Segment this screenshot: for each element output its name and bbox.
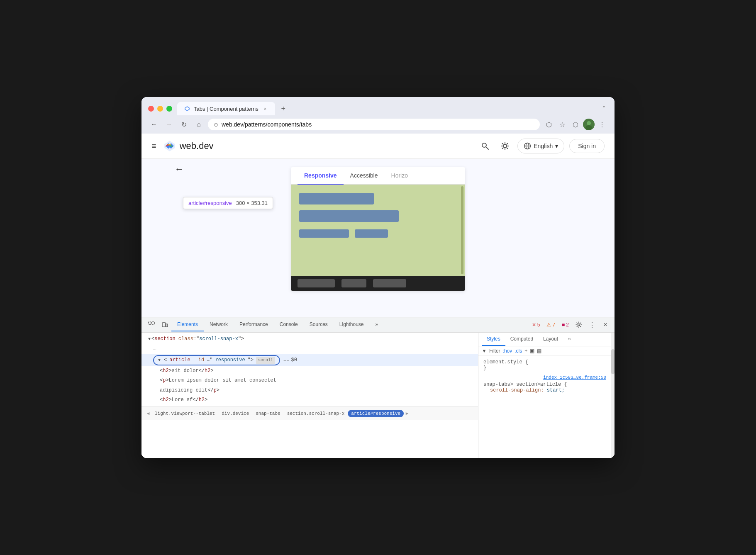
styles-tab-more[interactable]: » (563, 333, 576, 346)
tree-line-p: <p> Lorem ipsum dolor sit amet consectet (141, 376, 478, 385)
svg-line-13 (502, 144, 503, 144)
devtools-more-button[interactable]: ⋮ (586, 319, 598, 331)
warning-count-badge: ⚠ 7 (544, 321, 558, 329)
tab-nav-horizontal[interactable]: Horizo (385, 167, 415, 185)
webdev-logo-icon (163, 139, 176, 153)
add-style-button[interactable]: + (524, 348, 527, 354)
svg-line-14 (507, 148, 508, 148)
devtools-close-button[interactable]: × (600, 319, 611, 331)
tab-content-area (291, 185, 465, 276)
svg-rect-20 (149, 322, 151, 324)
tabs-component: Responsive Accessible Horizo (291, 167, 465, 291)
close-button[interactable] (148, 106, 154, 112)
filter-label[interactable]: Filter (489, 348, 500, 354)
breadcrumb-right-arrow[interactable]: ▶ (404, 409, 410, 419)
tooltip-size-text: 300 × 353.31 (236, 200, 268, 206)
browser-menu-button[interactable]: ⋮ (596, 119, 608, 130)
back-button[interactable]: ← (148, 119, 160, 130)
tree-line-highlighted[interactable]: ▼ <article id="responsive"> scroll == $0 (141, 354, 478, 366)
url-text: web.dev/patterns/components/tabs (222, 121, 534, 128)
rule-selector-section: section>article { (516, 382, 567, 387)
styles-tab-computed[interactable]: Computed (505, 333, 538, 346)
styles-tab-styles[interactable]: Styles (482, 333, 505, 346)
theme-toggle-button[interactable] (497, 139, 512, 153)
devtools-tab-more[interactable]: » (370, 318, 384, 331)
bottom-nav-item-3 (373, 279, 406, 287)
rule-selector: element.style { (483, 359, 528, 365)
devtools-tab-lighthouse[interactable]: Lighthouse (334, 318, 370, 331)
address-bar: ← → ↻ ⌂ ⊙ web.dev/patterns/components/ta… (141, 115, 615, 134)
svg-point-4 (585, 125, 592, 130)
webdev-logo[interactable]: web.dev (163, 139, 214, 153)
breadcrumb-item-viewport[interactable]: light.viewport--tablet (151, 410, 218, 417)
devtools-tabs: Elements Network Performance Console Sou… (141, 317, 615, 333)
tab-close-button[interactable]: × (262, 105, 268, 112)
devtools-panel: Elements Network Performance Console Sou… (141, 317, 615, 458)
breadcrumb-item-device[interactable]: div.device (218, 410, 252, 417)
tab-nav-responsive[interactable]: Responsive (298, 167, 344, 185)
devtools-device-toggle[interactable] (158, 317, 171, 332)
minimize-button[interactable] (157, 106, 163, 112)
devtools-tab-network[interactable]: Network (204, 318, 234, 331)
bookmark-button[interactable]: ☆ (556, 119, 568, 130)
scroll-badge: scroll (256, 357, 275, 364)
tree-line-p-cont: adipisicing elit </p> (141, 386, 478, 395)
devtools-tab-performance[interactable]: Performance (234, 318, 274, 331)
devtools-settings-button[interactable] (573, 319, 585, 331)
traffic-lights (148, 106, 172, 112)
sign-in-button[interactable]: Sign in (569, 139, 605, 153)
forward-button[interactable]: → (163, 119, 175, 130)
browser-tab-active[interactable]: Tabs | Component patterns × (177, 102, 275, 115)
rule-prop-scroll: scroll-snap-align: (483, 387, 544, 393)
demo-back-button[interactable]: ← (175, 164, 184, 175)
language-text: English (534, 143, 553, 149)
box-model-button[interactable]: ▣ (530, 348, 534, 354)
styles-tab-layout[interactable]: Layout (538, 333, 563, 346)
language-button[interactable]: English ▾ (517, 139, 564, 153)
devtools-inspect-button[interactable] (145, 317, 158, 332)
tree-toggle[interactable]: ▼ (148, 336, 151, 343)
address-input[interactable]: ⊙ web.dev/patterns/components/tabs (208, 119, 540, 130)
tab-menu-button[interactable]: ˅ (600, 103, 608, 114)
inspect-icon (148, 321, 155, 328)
bottom-nav-item-2 (341, 279, 366, 287)
extension-button[interactable]: ⬡ (570, 119, 581, 130)
devtools-scrollbar-thumb[interactable] (611, 349, 615, 374)
breadcrumb-item-snaptabs[interactable]: snap-tabs (252, 410, 283, 417)
refresh-button[interactable]: ↻ (178, 119, 190, 130)
content-block-3 (299, 229, 349, 238)
tabs-nav: Responsive Accessible Horizo (291, 167, 465, 185)
svg-rect-22 (162, 323, 166, 327)
hamburger-menu-button[interactable]: ≡ (151, 141, 156, 151)
breadcrumb-left-arrow[interactable]: ◀ (145, 409, 151, 419)
html-tree: ▼ <section class="scroll-snap-x"> … (141, 333, 478, 407)
rule-source[interactable]: index_1c583…8e.frame:50 (483, 375, 606, 380)
error-icon: ✕ (532, 322, 536, 328)
cls-filter-button[interactable]: .cls (515, 348, 522, 354)
search-button[interactable] (478, 139, 493, 153)
webdev-logo-text: web.dev (180, 141, 214, 151)
tree-toggle-article[interactable]: ▼ (158, 357, 161, 364)
panel-button[interactable]: ▤ (537, 348, 541, 354)
breadcrumb-item-section[interactable]: section.scroll-snap-x (284, 410, 348, 417)
new-tab-button[interactable]: + (277, 102, 290, 115)
maximize-button[interactable] (166, 106, 172, 112)
hov-filter-button[interactable]: :hov (503, 348, 512, 354)
breadcrumb-item-article[interactable]: article#responsive (348, 410, 404, 417)
content-block-4 (355, 229, 388, 238)
devtools-tab-sources[interactable]: Sources (304, 318, 334, 331)
devtools-tab-console[interactable]: Console (274, 318, 304, 331)
svg-line-15 (507, 144, 508, 144)
home-button[interactable]: ⌂ (193, 119, 205, 130)
devtools-tab-elements[interactable]: Elements (171, 318, 204, 331)
styles-tabs: Styles Computed Layout » (478, 333, 611, 346)
title-bar: Tabs | Component patterns × + ˅ (141, 97, 615, 115)
address-secure-icon: ⊙ (214, 122, 218, 128)
open-in-new-tab-button[interactable]: ⬡ (543, 119, 555, 130)
profile-avatar[interactable] (583, 119, 595, 130)
scroll-bar[interactable] (461, 186, 463, 274)
tab-nav-accessible[interactable]: Accessible (344, 167, 385, 185)
svg-point-3 (587, 121, 591, 125)
devtools-scrollbar[interactable] (611, 333, 615, 458)
webdev-header: ≡ web.dev (141, 134, 615, 159)
